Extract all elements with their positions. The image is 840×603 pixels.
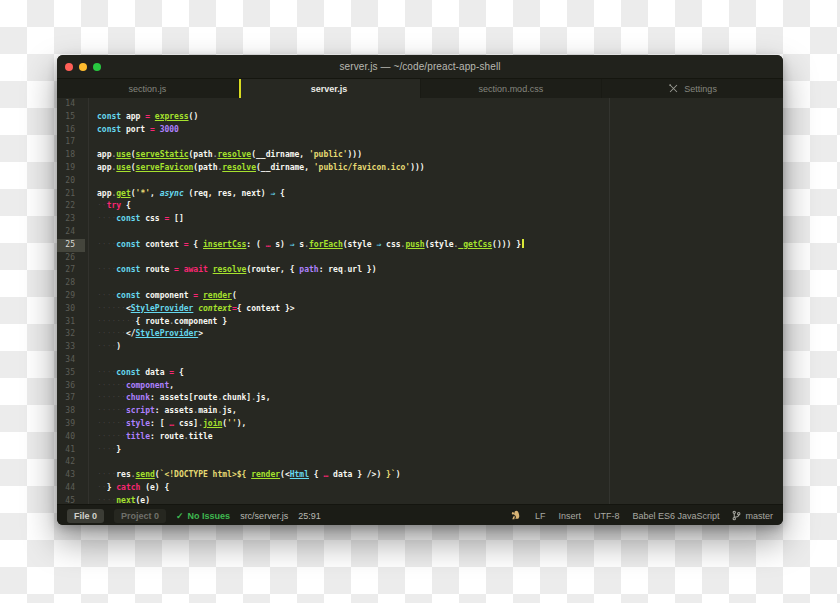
line-number[interactable]: 36 <box>57 380 85 393</box>
line-number[interactable]: 26 <box>57 252 85 265</box>
line-number[interactable]: 20 <box>57 175 85 188</box>
code-line[interactable]: 19app.use(serveFavicon(path.resolve(__di… <box>57 162 783 175</box>
line-content[interactable]: ··} catch (e) { <box>85 482 169 495</box>
line-number[interactable]: 16 <box>57 124 85 137</box>
tab-settings[interactable]: Settings <box>602 79 783 98</box>
cursor-position[interactable]: 25:91 <box>298 511 321 521</box>
line-number[interactable]: 44 <box>57 482 85 495</box>
line-number[interactable]: 17 <box>57 136 85 149</box>
code-line[interactable]: 29····const component = render( <box>57 290 783 303</box>
code-line[interactable]: 42 <box>57 456 783 469</box>
squirrel-icon[interactable] <box>511 510 522 521</box>
line-number[interactable]: 43 <box>57 469 85 482</box>
line-number[interactable]: 37 <box>57 392 85 405</box>
line-number[interactable]: 39 <box>57 418 85 431</box>
line-number[interactable]: 23 <box>57 213 85 226</box>
file-count-chip[interactable]: File 0 <box>67 509 104 523</box>
line-content[interactable] <box>85 354 97 367</box>
line-content[interactable]: ······script: assets.main.js, <box>85 405 237 418</box>
code-line[interactable]: 36······component, <box>57 380 783 393</box>
code-line[interactable]: 40······title: route.title <box>57 431 783 444</box>
line-number[interactable]: 42 <box>57 456 85 469</box>
git-branch[interactable]: master <box>732 510 773 521</box>
line-number[interactable]: 25 <box>57 239 85 252</box>
code-line[interactable]: 28 <box>57 277 783 290</box>
line-number[interactable]: 21 <box>57 188 85 201</box>
insert-mode[interactable]: Insert <box>558 511 581 521</box>
code-line[interactable]: 14 <box>57 98 783 111</box>
line-content[interactable]: app.use(serveFavicon(path.resolve(__dirn… <box>85 162 425 175</box>
code-line[interactable]: 44··} catch (e) { <box>57 482 783 495</box>
file-path[interactable]: src/server.js <box>240 511 288 521</box>
line-content[interactable]: ······<StyleProvider context={ context }… <box>85 303 295 316</box>
close-button[interactable] <box>65 63 73 71</box>
line-number[interactable]: 40 <box>57 431 85 444</box>
line-content[interactable]: ······style: [ … css].join(''), <box>85 418 246 431</box>
code-line[interactable]: 17 <box>57 136 783 149</box>
line-number[interactable]: 27 <box>57 264 85 277</box>
grammar[interactable]: Babel ES6 JavaScript <box>632 511 719 521</box>
code-line[interactable]: 24 <box>57 226 783 239</box>
line-content[interactable]: ······title: route.title <box>85 431 213 444</box>
line-content[interactable]: ····const context = { insertCss: ( … s) … <box>85 239 524 252</box>
code-line[interactable]: 45····next(e) <box>57 495 783 504</box>
line-number[interactable]: 28 <box>57 277 85 290</box>
line-number[interactable]: 18 <box>57 149 85 162</box>
code-line[interactable]: 27····const route = await resolve(router… <box>57 264 783 277</box>
line-number[interactable]: 15 <box>57 111 85 124</box>
project-count-chip[interactable]: Project 0 <box>114 509 166 523</box>
line-number[interactable]: 30 <box>57 303 85 316</box>
line-number[interactable]: 33 <box>57 341 85 354</box>
code-editor[interactable]: 1415const app = express()16const port = … <box>57 98 783 504</box>
code-line[interactable]: 20 <box>57 175 783 188</box>
line-number[interactable]: 24 <box>57 226 85 239</box>
line-content[interactable]: app.get('*', async (req, res, next) ⇒ { <box>85 188 285 201</box>
line-content[interactable] <box>85 226 97 239</box>
code-line[interactable]: 25····const context = { insertCss: ( … s… <box>57 239 783 252</box>
line-content[interactable] <box>85 98 97 111</box>
line-content[interactable]: ········{ route.component } <box>85 316 227 329</box>
code-line[interactable]: 30······<StyleProvider context={ context… <box>57 303 783 316</box>
code-line[interactable]: 31········{ route.component } <box>57 316 783 329</box>
line-number[interactable]: 19 <box>57 162 85 175</box>
line-content[interactable]: ····res.send(`<!DOCTYPE html>${ render(<… <box>85 469 401 482</box>
code-line[interactable]: 32······</StyleProvider> <box>57 328 783 341</box>
code-line[interactable]: 26 <box>57 252 783 265</box>
code-line[interactable]: 37······chunk: assets[route.chunk].js, <box>57 392 783 405</box>
line-content[interactable] <box>85 456 97 469</box>
code-line[interactable]: 21app.get('*', async (req, res, next) ⇒ … <box>57 188 783 201</box>
tab-section-mod-css[interactable]: section.mod.css <box>421 79 603 98</box>
encoding[interactable]: UTF-8 <box>594 511 620 521</box>
code-line[interactable]: 35····const data = { <box>57 367 783 380</box>
code-line[interactable]: 39······style: [ … css].join(''), <box>57 418 783 431</box>
zoom-button[interactable] <box>93 63 101 71</box>
tab-section-js[interactable]: section.js <box>57 79 239 98</box>
code-line[interactable]: 15const app = express() <box>57 111 783 124</box>
minimize-button[interactable] <box>79 63 87 71</box>
line-content[interactable]: ··try { <box>85 200 131 213</box>
code-line[interactable]: 34 <box>57 354 783 367</box>
line-content[interactable]: ····} <box>85 444 121 457</box>
line-number[interactable]: 22 <box>57 200 85 213</box>
line-number[interactable]: 45 <box>57 495 85 504</box>
line-content[interactable]: ······chunk: assets[route.chunk].js, <box>85 392 270 405</box>
line-content[interactable] <box>85 136 97 149</box>
line-content[interactable]: ····const route = await resolve(router, … <box>85 264 376 277</box>
code-line[interactable]: 41····} <box>57 444 783 457</box>
line-content[interactable]: ······component, <box>85 380 174 393</box>
line-number[interactable]: 35 <box>57 367 85 380</box>
code-line[interactable]: 18app.use(serveStatic(path.resolve(__dir… <box>57 149 783 162</box>
line-content[interactable] <box>85 175 97 188</box>
line-content[interactable]: ······</StyleProvider> <box>85 328 203 341</box>
line-content[interactable]: ····next(e) <box>85 495 150 504</box>
line-number[interactable]: 31 <box>57 316 85 329</box>
line-number[interactable]: 34 <box>57 354 85 367</box>
code-line[interactable]: 38······script: assets.main.js, <box>57 405 783 418</box>
line-number[interactable]: 29 <box>57 290 85 303</box>
tab-server-js[interactable]: server.js <box>239 79 421 98</box>
line-content[interactable]: ····const data = { <box>85 367 184 380</box>
line-ending[interactable]: LF <box>535 511 546 521</box>
line-number[interactable]: 32 <box>57 328 85 341</box>
code-line[interactable]: 23····const css = [] <box>57 213 783 226</box>
line-content[interactable]: const port = 3000 <box>85 124 179 137</box>
